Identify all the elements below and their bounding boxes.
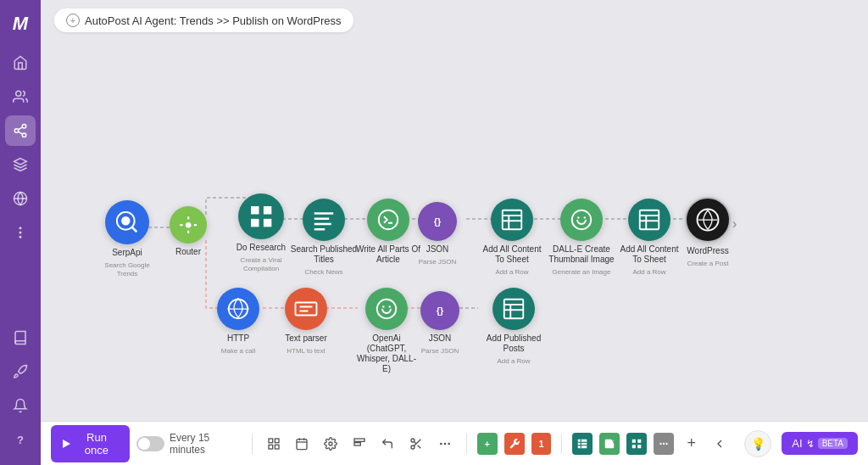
- sidebar-item-book[interactable]: [5, 322, 36, 353]
- toolbar-calendar-btn[interactable]: [291, 432, 313, 456]
- toolbar-add-btn[interactable]: +: [477, 433, 498, 455]
- svg-point-75: [448, 442, 450, 445]
- breadcrumb-plus-icon: +: [66, 14, 80, 27]
- sidebar-item-help[interactable]: ?: [5, 424, 36, 455]
- sidebar-item-more[interactable]: [5, 217, 36, 248]
- svg-rect-67: [354, 442, 360, 445]
- svg-rect-59: [269, 445, 273, 449]
- svg-rect-82: [632, 445, 636, 448]
- node-dalle[interactable]: DALL-E Create Thumbnail Image Generate a…: [548, 199, 615, 277]
- node-serpapi[interactable]: SerpApi Search Google Trends: [93, 200, 161, 277]
- breadcrumb[interactable]: + AutoPost AI Agent: Trends >> Publish o…: [54, 8, 353, 32]
- node-search-published[interactable]: Search Published Titles Check News: [290, 199, 358, 277]
- bulb-btn[interactable]: 💡: [744, 430, 771, 457]
- ai-button[interactable]: AI ↯ BETA: [782, 432, 858, 455]
- svg-point-73: [440, 442, 442, 445]
- node-text-parser[interactable]: Text parser HTML to text: [285, 288, 327, 356]
- toolbar-dots-btn[interactable]: [654, 433, 674, 455]
- svg-line-71: [418, 445, 421, 448]
- svg-rect-33: [314, 223, 331, 226]
- toolbar-plus-btn[interactable]: +: [681, 432, 703, 456]
- toolbar-grid-btn[interactable]: [263, 432, 285, 456]
- svg-point-65: [329, 442, 332, 445]
- node-json1[interactable]: {} JSON Parse JSON: [418, 202, 457, 266]
- svg-point-11: [19, 237, 21, 238]
- svg-rect-32: [314, 218, 330, 221]
- wordpress-expand-arrow[interactable]: ›: [732, 216, 737, 232]
- svg-point-68: [411, 439, 415, 442]
- sidebar-item-bell[interactable]: [5, 390, 36, 421]
- toolbar-settings-btn[interactable]: [320, 432, 342, 456]
- node-json2[interactable]: {} JSON Parse JSON: [420, 291, 459, 356]
- node-router[interactable]: Router: [170, 206, 207, 257]
- toolbar-table-btn[interactable]: [572, 433, 593, 455]
- svg-rect-43: [640, 210, 659, 230]
- toolbar-more-btn[interactable]: [434, 432, 456, 456]
- toolbar-collapse-btn[interactable]: [709, 432, 732, 456]
- svg-marker-6: [14, 159, 27, 165]
- svg-rect-57: [269, 439, 273, 443]
- play-icon: [63, 440, 70, 448]
- svg-rect-30: [264, 219, 271, 227]
- svg-rect-58: [275, 439, 279, 443]
- toolbar-scissors-btn[interactable]: [405, 432, 427, 456]
- toolbar-tool-btn[interactable]: [504, 433, 525, 455]
- svg-point-85: [663, 442, 665, 444]
- toolbar-divider-1: [252, 434, 253, 454]
- svg-point-26: [186, 222, 192, 228]
- sidebar-item-home[interactable]: [5, 48, 36, 78]
- svg-line-4: [18, 132, 22, 134]
- main-area: + AutoPost AI Agent: Trends >> Publish o…: [41, 0, 868, 465]
- sidebar-item-users[interactable]: [5, 81, 36, 112]
- svg-point-42: [584, 216, 587, 219]
- node-add-all-content2[interactable]: Add All Content To Sheet Add a Row: [615, 199, 683, 277]
- svg-line-72: [415, 441, 417, 444]
- toolbar-align-btn[interactable]: [348, 432, 370, 456]
- schedule-label: Every 15 minutes: [170, 432, 242, 456]
- svg-point-74: [444, 442, 447, 445]
- svg-point-1: [22, 125, 26, 129]
- sidebar-item-globe[interactable]: [5, 183, 36, 214]
- svg-point-24: [122, 217, 131, 226]
- sidebar-item-layers[interactable]: [5, 149, 36, 180]
- svg-rect-66: [354, 439, 364, 441]
- node-write-all[interactable]: Write All Parts Of Article: [354, 199, 422, 268]
- schedule-toggle[interactable]: Every 15 minutes: [136, 432, 242, 456]
- toolbar-undo-btn[interactable]: [377, 432, 399, 456]
- sidebar-item-share[interactable]: [5, 115, 36, 146]
- svg-rect-76: [578, 439, 587, 448]
- workflow-canvas[interactable]: SerpApi Search Google Trends Router Do R…: [41, 41, 868, 421]
- svg-point-2: [14, 129, 19, 133]
- svg-point-86: [665, 442, 667, 444]
- svg-rect-49: [296, 303, 317, 316]
- toolbar-green-btn[interactable]: [599, 433, 620, 455]
- toolbar-right: 💡 AI ↯ BETA: [744, 430, 858, 457]
- sidebar-item-rocket[interactable]: [5, 356, 36, 387]
- node-add-all-content[interactable]: Add All Content To Sheet Add a Row: [478, 199, 546, 277]
- svg-point-50: [377, 300, 397, 319]
- svg-rect-27: [251, 206, 259, 214]
- toggle-switch[interactable]: [136, 436, 164, 451]
- toolbar: Run once Every 15 minutes +: [41, 421, 868, 465]
- svg-rect-53: [504, 300, 524, 319]
- svg-rect-81: [637, 439, 641, 442]
- svg-line-5: [18, 127, 22, 130]
- node-wordpress[interactable]: WordPress Create a Post: [685, 197, 731, 268]
- toolbar-grid2-btn[interactable]: [626, 433, 647, 455]
- svg-point-52: [389, 305, 392, 308]
- app-logo[interactable]: M: [7, 10, 34, 37]
- node-do-research[interactable]: Do Research Create a Viral Compilation: [227, 193, 295, 272]
- run-once-label: Run once: [75, 431, 118, 457]
- svg-point-40: [572, 210, 592, 230]
- toolbar-count-btn[interactable]: 1: [531, 433, 552, 455]
- run-once-button[interactable]: Run once: [51, 425, 130, 462]
- node-openai[interactable]: OpenAi (ChatGPT, Whisper, DALL-E): [353, 288, 420, 378]
- node-add-published[interactable]: Add Published Posts Add a Row: [480, 288, 548, 366]
- svg-point-84: [659, 442, 661, 444]
- node-http[interactable]: HTTP Make a call: [217, 288, 259, 356]
- sidebar: M: [0, 0, 41, 465]
- svg-rect-29: [251, 219, 259, 227]
- breadcrumb-text: AutoPost AI Agent: Trends >> Publish on …: [85, 14, 342, 27]
- svg-rect-31: [314, 212, 334, 215]
- beta-badge: BETA: [818, 438, 848, 449]
